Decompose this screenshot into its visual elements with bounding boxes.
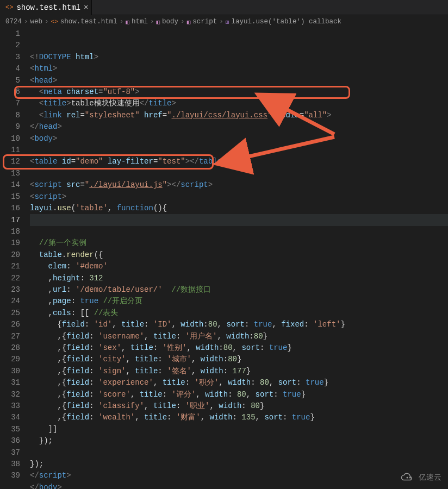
element-icon: ◧ (126, 18, 129, 26)
element-icon: ◧ (187, 18, 191, 26)
svg-point-1 (409, 477, 411, 479)
tab-bar: <> show.test.html × (0, 0, 448, 15)
function-icon: ⊞ (226, 18, 229, 26)
tab-show-test-html[interactable]: <> show.test.html × (0, 0, 92, 15)
chevron-right-icon: › (181, 18, 185, 26)
html-file-icon: <> (5, 4, 13, 11)
line-number-gutter: 1234567891011121314151617181920212223242… (0, 28, 30, 489)
crumb-folder[interactable]: 0724 (5, 18, 22, 26)
tab-filename: show.test.html (16, 3, 80, 12)
chevron-right-icon: › (24, 18, 28, 26)
crumb-symbol[interactable]: ◧html (126, 18, 148, 26)
watermark: 亿速云 (399, 473, 441, 482)
current-line-highlight (30, 214, 448, 225)
html-file-icon: <> (51, 18, 58, 25)
chevron-right-icon: › (45, 18, 49, 26)
code-content[interactable]: <!DOCTYPE html> <html> <head> <meta char… (30, 28, 448, 489)
svg-point-0 (407, 477, 408, 479)
crumb-symbol[interactable]: ⊞layui.use('table') callback (226, 18, 341, 26)
chevron-right-icon: › (150, 18, 154, 26)
close-tab-icon[interactable]: × (84, 3, 88, 12)
cloud-icon (399, 473, 415, 482)
crumb-file[interactable]: <>show.test.html (51, 18, 117, 26)
crumb-symbol[interactable]: ◧script (187, 18, 217, 26)
editor-area[interactable]: 1234567891011121314151617181920212223242… (0, 28, 448, 489)
crumb-folder[interactable]: web (30, 18, 43, 26)
chevron-right-icon: › (120, 18, 124, 26)
breadcrumbs: 0724 › web › <>show.test.html › ◧html › … (0, 15, 448, 28)
crumb-symbol[interactable]: ◧body (156, 18, 178, 26)
chevron-right-icon: › (219, 18, 223, 26)
element-icon: ◧ (156, 18, 160, 26)
